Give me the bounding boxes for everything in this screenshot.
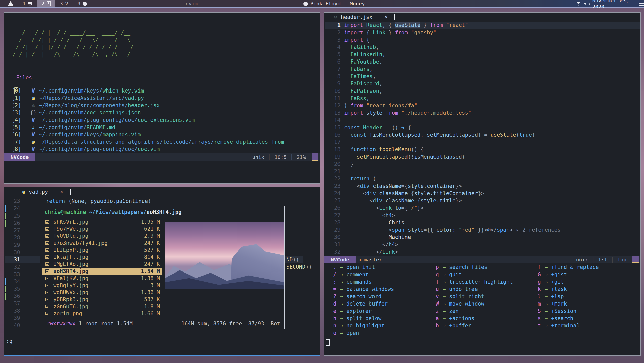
which-key-desc[interactable]: +search — [551, 315, 573, 322]
which-key-desc[interactable]: comment — [346, 271, 369, 278]
picker-file-row[interactable]: zorin.png1.66 M — [42, 310, 162, 317]
which-key-desc[interactable]: +gist — [551, 271, 567, 278]
which-key-row[interactable]: d→delete bufferW→move windowm→+mark — [325, 300, 640, 308]
file-picker-float[interactable]: chris@machine ~/Pics/wallpapers/uoH3RT4.… — [40, 206, 285, 329]
which-key-row[interactable]: /→commentq→quitG→+gist — [325, 271, 640, 278]
which-key-key[interactable]: b — [427, 322, 439, 329]
picker-file-row[interactable]: VEaljKW.jpg1.38 M — [42, 275, 162, 282]
picker-file-row[interactable]: zGnGuT6.jpg1.8 M — [42, 303, 162, 310]
picker-file-row[interactable]: uoH3RT4.jpg1.54 M — [42, 268, 162, 275]
which-key-key[interactable]: f — [529, 264, 541, 271]
which-key-desc[interactable]: explorer — [346, 308, 372, 315]
which-key-key[interactable]: ? — [325, 293, 336, 300]
which-key-desc[interactable]: quit — [449, 271, 462, 278]
tab-label[interactable]: header.jsx — [341, 14, 372, 20]
tab-label[interactable]: vad.py — [29, 189, 48, 195]
which-key-key[interactable]: S — [529, 308, 541, 315]
which-key-desc[interactable]: open — [346, 329, 359, 337]
which-key-row[interactable]: ?→search wordv→split rightl→+lsp — [325, 293, 640, 300]
which-key-key[interactable]: ; — [325, 278, 336, 286]
startify-window[interactable]: _ ___ ______ __ / | / / | / / ____/___ _… — [4, 12, 320, 184]
which-key-desc[interactable]: +Session — [551, 308, 577, 315]
picker-file-row[interactable]: y08Rpk3.jpg587 K — [42, 296, 162, 303]
command-line[interactable]: :q — [6, 338, 12, 344]
picker-file-row[interactable]: T9o7FWe.jpg621 K — [42, 225, 162, 232]
which-key-key[interactable]: a — [427, 315, 439, 322]
start-entry[interactable]: [2]⚛~/Repos/blog/src/components/header.j… — [12, 102, 287, 109]
which-key-desc[interactable]: search files — [449, 264, 487, 271]
which-key-desc[interactable]: +mark — [551, 300, 567, 308]
picker-file-row[interactable]: TvOVDlq.jpg2.9 M — [42, 232, 162, 239]
which-key-desc[interactable]: split right — [449, 293, 484, 300]
menu-icon[interactable] — [639, 2, 644, 6]
wifi-icon[interactable] — [575, 1, 580, 6]
which-key-key[interactable]: T — [427, 278, 439, 286]
start-entry[interactable]: [3]{}~/.config/nvim/coc-settings.json — [12, 109, 287, 116]
picker-file-row[interactable]: UEJLpxP.jpg527 K — [42, 247, 162, 254]
which-key-key[interactable]: . — [325, 264, 336, 271]
picker-file-row[interactable]: shKsVrL.jpg1.95 M — [42, 218, 162, 225]
which-key-key[interactable]: = — [325, 286, 336, 293]
picker-file-row[interactable]: wqBUWVx.jpg1.86 M — [42, 289, 162, 296]
start-entry[interactable]: [4]V~/.config/nvim/plug-config/coc/coc-e… — [12, 116, 287, 124]
which-key-key[interactable]: n — [325, 322, 336, 329]
which-key-desc[interactable]: delete buffer — [346, 300, 388, 308]
which-key-desc[interactable]: treesitter highlight — [449, 278, 513, 286]
buffer-tab[interactable]: ⚛ header.jsx × — [324, 13, 395, 21]
which-key-key[interactable]: m — [529, 300, 541, 308]
which-key-desc[interactable]: +terminal — [551, 322, 580, 329]
which-key-key[interactable]: t — [529, 322, 541, 329]
workspace-2[interactable]: 2 — [37, 0, 55, 7]
which-key-key[interactable]: g — [529, 278, 541, 286]
which-key-key[interactable]: q — [427, 271, 439, 278]
picker-file-row[interactable]: wgBqiyY.jpg3 M — [42, 282, 162, 289]
workspace-3[interactable]: 3V — [55, 0, 73, 7]
picker-file-row[interactable]: UMgEfAo.jpg247 K — [42, 261, 162, 268]
close-icon[interactable]: × — [385, 14, 388, 20]
which-key-key[interactable]: l — [529, 293, 541, 300]
which-key-key[interactable]: h — [325, 315, 336, 322]
which-key-row[interactable]: n→no highlightb→+buffert→+terminal — [325, 322, 640, 329]
which-key-row[interactable]: o→open — [325, 329, 640, 337]
buffer-tab[interactable]: ● vad.py × — [4, 188, 71, 196]
start-entry[interactable]: [8]V~/.config/nvim/plug-config/coc/coc.v… — [12, 146, 287, 153]
which-key-key[interactable]: d — [325, 300, 336, 308]
volume-icon[interactable] — [584, 2, 588, 6]
which-key-desc[interactable]: undo tree — [449, 286, 478, 293]
picker-file-row[interactable]: UktajFl.jpg814 K — [42, 254, 162, 261]
workspace-9[interactable]: 9 — [73, 0, 91, 7]
start-entry[interactable]: [5]↓~/.config/nvim/README.md — [12, 124, 287, 131]
which-key-row[interactable]: ;→commandsT→treesitter highlightg→+git — [325, 278, 640, 286]
which-key-row[interactable]: h→split belowa→+actionss→+search — [325, 315, 640, 322]
which-key-row[interactable]: =→balance windowsu→undo treek→+task — [325, 286, 640, 293]
which-key-key[interactable]: s — [529, 315, 541, 322]
which-key-desc[interactable]: no highlight — [346, 322, 385, 329]
which-key-key[interactable]: p — [427, 264, 439, 271]
now-playing[interactable]: Pink Floyd - Money — [303, 0, 365, 7]
picker-file-row[interactable]: u7o3nwab7fy41.jpg247 K — [42, 239, 162, 247]
which-key-desc[interactable]: balance windows — [346, 286, 394, 293]
which-key-desc[interactable]: +buffer — [449, 322, 471, 329]
which-key-desc[interactable]: commands — [346, 278, 372, 286]
which-key-desc[interactable]: split below — [346, 315, 381, 322]
workspace-1[interactable]: 1 — [18, 0, 37, 7]
start-entry[interactable]: [6]V~/.config/nvim/keys/mappings.vim — [12, 131, 287, 138]
which-key-key[interactable]: z — [427, 308, 439, 315]
which-key-desc[interactable]: zen — [449, 308, 459, 315]
which-key-row[interactable]: e→explorerz→zenS→+Session — [325, 308, 640, 315]
which-key-desc[interactable]: search word — [346, 293, 381, 300]
which-key-key[interactable]: k — [529, 286, 541, 293]
start-entry[interactable]: [0]V~/.config/nvim/keys/which-key.vim — [12, 87, 287, 95]
which-key-desc[interactable]: move window — [449, 300, 484, 308]
vad-editor-window[interactable]: ● vad.py × 23242526272829303132333435363… — [4, 187, 320, 356]
start-entry[interactable]: [7]●~/Repos/data_structures_and_algorith… — [12, 138, 287, 146]
which-key-desc[interactable]: +lsp — [551, 293, 564, 300]
close-icon[interactable]: × — [60, 189, 63, 195]
which-key-key[interactable]: v — [427, 293, 439, 300]
which-key-desc[interactable]: +task — [551, 286, 567, 293]
which-key-key[interactable]: / — [325, 271, 336, 278]
code-editor-window[interactable]: ⚛ header.jsx × 1import React, { useState… — [324, 12, 641, 356]
which-key-key[interactable]: e — [325, 308, 336, 315]
which-key-row[interactable]: .→open initp→search filesf→+find & repla… — [325, 264, 640, 271]
which-key-key[interactable]: o — [325, 329, 336, 337]
